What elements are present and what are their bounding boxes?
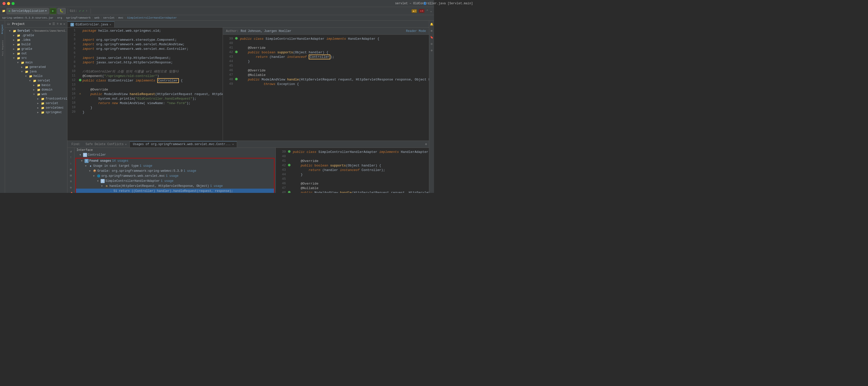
group-icon[interactable]: ≡ xyxy=(68,179,73,184)
tab-oldcontroller[interactable]: J OldController.java ✕ xyxy=(67,21,115,27)
warning-badge[interactable]: ▲2 xyxy=(412,9,417,13)
code-line-20: 20 } xyxy=(67,110,223,115)
tree-out[interactable]: ▶ 📁 out xyxy=(5,51,67,56)
bc-class[interactable]: SimpleControllerHandlerAdapter xyxy=(127,17,177,19)
line-content-19: } xyxy=(83,106,223,110)
right-num-46: 46 xyxy=(279,182,288,186)
tree-servlet2[interactable]: ▶ 📁 servlet xyxy=(5,101,67,106)
collapse-all-icon[interactable]: ⊟ xyxy=(68,173,73,178)
tree-springmvc[interactable]: ▶ 📁 springmvc xyxy=(5,110,67,115)
pull-requests-icon[interactable]: Pull Requests xyxy=(0,39,5,57)
doc-num-45: 45 xyxy=(226,64,235,68)
bc-springframework[interactable]: springframework xyxy=(66,17,91,19)
doc-num-39: 39 xyxy=(226,37,235,41)
down-icon[interactable]: ↓ xyxy=(68,161,73,166)
tree-servlet[interactable]: ▼ 📁 servlet xyxy=(5,78,67,83)
tree-gradle[interactable]: ▶ 📁 .gradle xyxy=(5,33,67,38)
right-gutter-41 xyxy=(288,159,293,163)
bc-jar[interactable]: spring-webmvc-5.3.9-sources.jar xyxy=(2,17,54,19)
tab-usages[interactable]: Usages of org.springframework.web.servle… xyxy=(130,141,237,147)
reader-mode-btn[interactable]: Reader Mode xyxy=(406,29,426,33)
bc-web[interactable]: web xyxy=(94,17,99,19)
expand-icon[interactable]: ⌃ xyxy=(427,9,428,13)
gradle-u-arrow: ▼ xyxy=(89,170,93,172)
settings-icon[interactable]: ⚙ xyxy=(425,142,427,146)
expand-all-icon[interactable]: ⊞ xyxy=(68,167,73,172)
debug-button[interactable]: 🐛 xyxy=(57,8,66,14)
tree-idea[interactable]: ▶ 📁 .idea xyxy=(5,38,67,42)
code-line-10: 10 //OldController의 스링 빈의 이름을 url 패턴으로 맞… xyxy=(67,69,223,74)
found-usages-header[interactable]: ▼ C Found usages 14 usages xyxy=(76,158,274,163)
gradle-usage-item[interactable]: ▼ 📦 Gradle: org.springframework:spring-w… xyxy=(76,168,274,173)
found-label: Found usages xyxy=(89,159,111,163)
bottom-content: ↺ ↑ ↓ ⊞ ⊟ ≡ ⊙ 📌 Interface xyxy=(67,148,429,193)
pin-icon[interactable]: 📌 xyxy=(68,191,73,193)
cast-count: 1 usage xyxy=(140,164,152,168)
filter-icon[interactable]: ⊙ xyxy=(68,185,73,190)
minimize-button[interactable] xyxy=(7,2,10,5)
tree-generated[interactable]: ▶ 📁 generated xyxy=(5,65,67,69)
gradle2-icon: 📁 xyxy=(17,47,21,51)
run-button[interactable]: ▶ xyxy=(50,8,56,14)
doc-line-49: 49 throws Exception { xyxy=(226,82,426,87)
code-editor[interactable]: 1 package hello.servlet.web.springmvc.ol… xyxy=(67,28,223,140)
line51-item[interactable]: → 51 return ((Controller) handler).handl… xyxy=(76,189,274,193)
usage-controller-item[interactable]: ▼ C Controller xyxy=(74,152,276,157)
tree-build[interactable]: ▶ 📁 build xyxy=(5,42,67,47)
editor-split: 1 package hello.servlet.web.springmvc.ol… xyxy=(67,28,429,140)
doc-author-value: Rod Johnson, Juergen Hoeller xyxy=(241,29,291,33)
doc-gutter-40 xyxy=(235,41,240,46)
notifications-icon[interactable]: 🔔 xyxy=(429,22,434,27)
cast-type-item[interactable]: ▼ ◆ Usage in cast target type 1 usage xyxy=(76,163,274,168)
bookmarks-icon[interactable]: 🔖 xyxy=(429,35,434,40)
pkg-usage-item[interactable]: ▼ 🌐 org.springframework.web.servlet.mvc … xyxy=(76,173,274,179)
springmvc-label: springmvc xyxy=(45,110,62,114)
panel-icon4[interactable]: ⚙ xyxy=(60,22,62,26)
collapse-icon[interactable]: ⌄ xyxy=(430,9,432,13)
panel-icon3[interactable]: ≡ xyxy=(57,22,58,26)
project-panel-title: Project xyxy=(12,22,25,26)
tree-domain[interactable]: ▶ 📁 domain xyxy=(5,88,67,92)
line-content-5: import org.springframework.web.servlet.m… xyxy=(83,47,223,51)
tree-frontcontroller[interactable]: ▶ 📁 frontcontrolle... xyxy=(5,97,67,101)
bc-mvc[interactable]: mvc xyxy=(119,17,124,19)
tree-src[interactable]: ▼ 📁 src xyxy=(5,56,67,60)
line-content-7: import javax.servlet.http.HttpServletReq… xyxy=(83,56,223,60)
bc-servlet[interactable]: servlet xyxy=(103,17,115,19)
close-button[interactable] xyxy=(2,2,5,5)
bc-org[interactable]: org xyxy=(57,17,62,19)
panel-icon1[interactable]: ⊕ xyxy=(49,22,51,26)
tree-servletmvc[interactable]: ▶ 📁 servletmvc xyxy=(5,106,67,110)
window-controls[interactable] xyxy=(2,2,14,5)
right-content-46: @Override xyxy=(293,182,426,186)
tab-safe-delete[interactable]: Safe Delete Conflicts ✕ xyxy=(83,141,130,147)
tree-root[interactable]: ▼ 📁 Servlet ~/Documents/Jane/Servl... xyxy=(5,29,67,33)
up-icon[interactable]: ↑ xyxy=(68,155,73,160)
code-line-16: 16 ⚠ public ModelAndView handleRequest(H… xyxy=(67,92,223,97)
right-num-41: 41 xyxy=(279,159,288,163)
project-tool-icon[interactable]: Project xyxy=(0,22,5,37)
gutter-12: ⬤ xyxy=(78,78,83,82)
run-config-dropdown[interactable]: ▶ ServletApplication ▼ xyxy=(6,8,49,14)
handle-method-item[interactable]: ▼ m handle(HttpServletRequest, HttpServl… xyxy=(76,184,274,189)
tab-close-icon[interactable]: ✕ xyxy=(110,23,111,26)
maximize-button[interactable] xyxy=(11,2,14,5)
doc-content[interactable]: 39 ⬤ public class SimpleControllerHandle… xyxy=(223,35,429,140)
tree-basic[interactable]: ▶ 📁 basic xyxy=(5,83,67,88)
refresh-icon[interactable]: ↺ xyxy=(68,149,73,154)
tree-main[interactable]: ▼ 📁 main xyxy=(5,60,67,65)
panel-close[interactable]: ✕ xyxy=(63,22,65,26)
tree-web[interactable]: ▼ 📁 web xyxy=(5,92,67,97)
tree-gradle2[interactable]: ▶ 📁 gradle xyxy=(5,47,67,51)
right-num-39: 39 xyxy=(279,150,288,154)
panel-icon2[interactable]: ☰ xyxy=(52,22,55,26)
safe-delete-close[interactable]: ✕ xyxy=(125,143,127,146)
structure-icon[interactable]: ⊞ xyxy=(429,28,434,33)
error-badge[interactable]: ✕4 xyxy=(419,9,424,13)
terminal-icon[interactable]: ⊡ xyxy=(429,41,434,46)
tree-hello[interactable]: ▼ 📁 hello xyxy=(5,74,67,78)
usages-close[interactable]: ✕ xyxy=(232,143,234,146)
tree-java[interactable]: ▼ 📁 java xyxy=(5,69,67,74)
services-icon[interactable]: ⚙ xyxy=(429,48,434,53)
simple-adapter-item[interactable]: ▼ C SimpleControllerHandlerAdapter 1 usa… xyxy=(76,179,274,184)
